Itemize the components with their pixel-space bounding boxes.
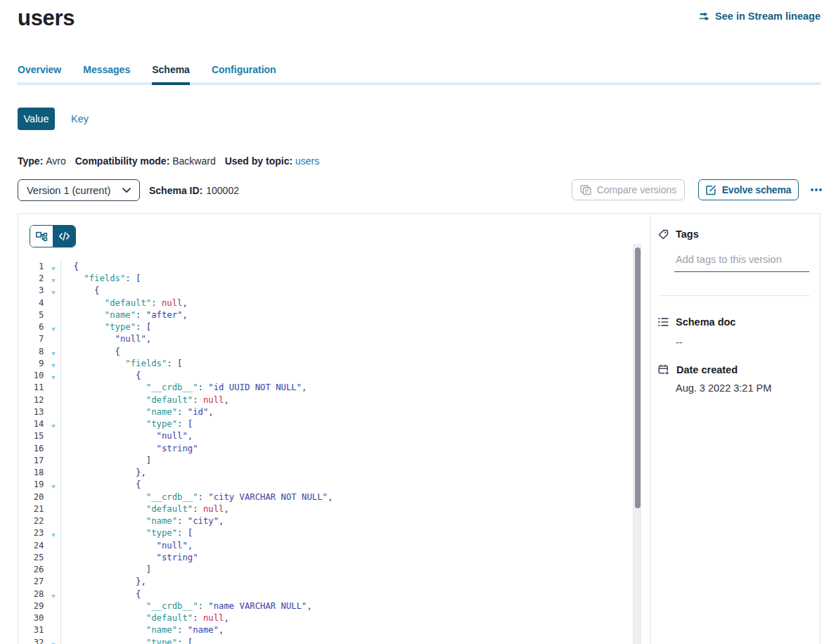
- evolve-schema-button[interactable]: Evolve schema: [698, 179, 799, 200]
- fold-toggle-icon[interactable]: [51, 595, 56, 598]
- tree-view-icon: [35, 230, 48, 243]
- editor-scrollbar[interactable]: [633, 244, 641, 644]
- line-number: 1: [18, 261, 44, 273]
- line-number: 31: [18, 624, 44, 636]
- code-line: 2 "fields": [: [18, 273, 650, 285]
- evolve-schema-label: Evolve schema: [722, 184, 792, 195]
- code-line: 4 "default": null,: [18, 297, 650, 309]
- line-number: 8: [18, 346, 44, 358]
- chevron-down-icon: [122, 188, 131, 193]
- line-number: 30: [18, 612, 44, 624]
- meta-value: Avro: [46, 155, 66, 167]
- fold-toggle-icon[interactable]: [51, 534, 56, 537]
- schema-side-panel: Tags Schema doc --: [650, 214, 820, 644]
- list-icon: [658, 317, 669, 327]
- line-number: 12: [18, 394, 44, 406]
- code-text: {: [74, 285, 100, 297]
- compare-versions-label: Compare versions: [597, 184, 677, 195]
- edit-icon: [706, 185, 716, 195]
- schema-id: Schema ID: 100002: [149, 179, 239, 201]
- editor-view-toggle: [30, 225, 76, 247]
- code-text: "name": "after",: [74, 309, 188, 321]
- line-number: 32: [18, 637, 44, 644]
- meta-pair: Type: Avro: [18, 155, 66, 167]
- topic-page: users See in Stream lineage OverviewMess…: [18, 0, 821, 644]
- code-line: 11 "__crdb__": "id UUID NOT NULL",: [18, 382, 650, 394]
- code-line: 1{: [18, 261, 650, 273]
- line-number: 13: [18, 406, 44, 418]
- editor-scrollbar-thumb[interactable]: [635, 247, 641, 508]
- tab-messages[interactable]: Messages: [83, 64, 130, 76]
- value-tab-button[interactable]: Value: [18, 108, 55, 130]
- see-in-stream-lineage-link[interactable]: See in Stream lineage: [700, 11, 821, 22]
- code-line: 23 "type": [: [18, 527, 650, 539]
- code-text: {: [74, 479, 141, 491]
- code-line: 6 "type": [: [18, 321, 650, 333]
- line-number: 7: [18, 333, 44, 345]
- code-text: {: [74, 261, 79, 273]
- side-divider: [658, 295, 810, 296]
- fold-toggle-icon[interactable]: [51, 328, 56, 331]
- code-text: "default": null,: [74, 503, 229, 515]
- compare-versions-icon: [580, 185, 591, 195]
- tab-schema[interactable]: Schema: [152, 64, 190, 76]
- code-text: "null",: [74, 333, 152, 345]
- tab-overview[interactable]: Overview: [18, 64, 61, 76]
- fold-toggle-icon[interactable]: [51, 376, 56, 380]
- code-view-button[interactable]: [53, 226, 75, 247]
- code-text: "null",: [74, 430, 193, 442]
- code-text: "default": null,: [74, 297, 188, 309]
- code-text: {: [74, 346, 120, 358]
- code-text: "default": null,: [74, 612, 229, 624]
- code-text: ]: [74, 455, 152, 467]
- code-line: 18 },: [18, 467, 650, 479]
- code-text: },: [74, 576, 146, 588]
- schema-id-value: 100002: [206, 185, 239, 196]
- date-created-value: Aug. 3 2022 3:21 PM: [676, 382, 771, 394]
- code-text: "name": "id",: [74, 406, 214, 418]
- code-line: 27 },: [18, 576, 650, 588]
- fold-toggle-icon[interactable]: [51, 364, 56, 368]
- line-number: 14: [18, 418, 44, 430]
- version-select[interactable]: Version 1 (current): [18, 179, 140, 201]
- ellipsis-dot: [815, 188, 818, 191]
- code-text: "null",: [74, 540, 193, 552]
- code-text: "name": "city",: [74, 515, 224, 527]
- code-line: 24 "null",: [18, 540, 650, 552]
- fold-toggle-icon[interactable]: [51, 425, 56, 428]
- line-number: 10: [18, 370, 44, 382]
- line-number: 28: [18, 588, 44, 600]
- line-number: 5: [18, 309, 44, 321]
- tab-configuration[interactable]: Configuration: [212, 64, 276, 76]
- key-tab-button[interactable]: Key: [71, 113, 89, 124]
- calendar-plus-icon: [658, 364, 669, 375]
- topic-link[interactable]: users: [295, 155, 319, 167]
- code-line: 20 "__crdb__": "city VARCHAR NOT NULL",: [18, 491, 650, 503]
- more-options-button[interactable]: [806, 179, 826, 200]
- code-text: "__crdb__": "id UUID NOT NULL",: [74, 382, 307, 394]
- fold-toggle-icon[interactable]: [51, 352, 56, 356]
- tree-view-button[interactable]: [30, 226, 53, 247]
- fold-toggle-icon[interactable]: [51, 279, 56, 283]
- add-tags-input[interactable]: [674, 251, 809, 272]
- tag-icon: [658, 229, 669, 240]
- fold-toggle-icon[interactable]: [51, 291, 56, 295]
- code-text: "type": [: [74, 637, 193, 644]
- line-number: 16: [18, 443, 44, 455]
- fold-toggle-icon[interactable]: [51, 485, 56, 489]
- code-line: 32 "type": [: [18, 637, 650, 644]
- compare-versions-button[interactable]: Compare versions: [572, 179, 685, 200]
- code-text: "fields": [: [74, 358, 183, 370]
- date-created-section-header: Date created: [658, 364, 738, 375]
- code-line: 26 ]: [18, 564, 650, 576]
- stream-lineage-icon: [700, 12, 710, 21]
- code-area[interactable]: 1{2 "fields": [3 {4 "default": null,5 "n…: [18, 261, 650, 644]
- tags-section-header: Tags: [658, 228, 699, 240]
- line-number: 29: [18, 600, 44, 612]
- schema-meta-row: Type: AvroCompatibility mode: BackwardUs…: [18, 155, 328, 167]
- code-line: 14 "type": [: [18, 418, 650, 430]
- fold-toggle-icon[interactable]: [51, 267, 56, 271]
- tab-bar: OverviewMessagesSchemaConfiguration: [18, 64, 276, 76]
- code-line: 7 "null",: [18, 333, 650, 345]
- line-number: 2: [18, 273, 44, 285]
